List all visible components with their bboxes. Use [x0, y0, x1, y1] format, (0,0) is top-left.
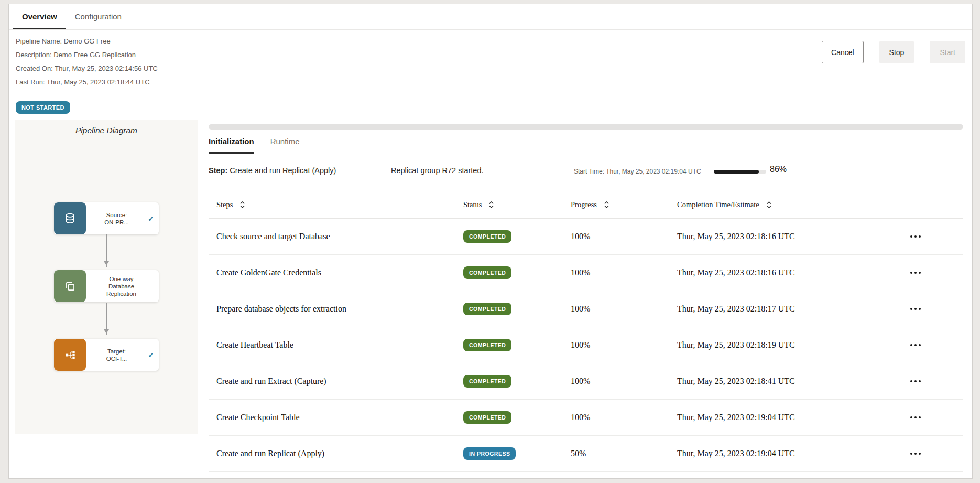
- tab-overview[interactable]: Overview: [13, 4, 66, 29]
- diagram-node-replication[interactable]: One-way Database Replication: [54, 270, 159, 302]
- column-header-steps[interactable]: Steps: [209, 200, 463, 209]
- main-tab-bar: Overview Configuration: [9, 4, 972, 30]
- table-row: Create and run Replicat (Apply) IN PROGR…: [209, 436, 963, 472]
- pipeline-diagram-panel: Pipeline Diagram Source: ON-PR... ✓ One-: [15, 120, 198, 434]
- progress-cell: 100%: [571, 304, 677, 314]
- column-header-progress[interactable]: Progress: [571, 200, 677, 209]
- tab-configuration[interactable]: Configuration: [66, 4, 130, 29]
- progress-cell: 100%: [571, 377, 677, 386]
- overall-progress-percent: 86%: [770, 165, 787, 174]
- completion-cell: Thur, May 25, 2023 02:18:16 UTC: [677, 268, 910, 277]
- pipeline-metadata: Pipeline Name: Demo GG Free Description:…: [16, 38, 158, 92]
- pipeline-description: Description: Demo Free GG Replication: [16, 51, 158, 59]
- start-button: Start: [930, 41, 965, 63]
- step-name-cell: Check source and target Database: [209, 232, 463, 241]
- current-step-summary: Step: Create and run Replicat (Apply) Re…: [209, 162, 963, 180]
- sort-icon[interactable]: [766, 201, 772, 209]
- sort-icon[interactable]: [604, 201, 609, 209]
- step-name-cell: Create and run Extract (Capture): [209, 377, 463, 386]
- status-badge: COMPLETED: [463, 266, 511, 279]
- step-name-cell: Create GoldenGate Credentials: [209, 268, 463, 277]
- status-badge: COMPLETED: [463, 339, 511, 351]
- step-start-time: Start Time: Thur, May 25, 2023 02:19:04 …: [574, 168, 701, 175]
- phase-tab-bar: Initialization Runtime: [209, 137, 300, 154]
- row-actions-button[interactable]: [910, 448, 924, 459]
- horizontal-scrollbar[interactable]: [209, 124, 963, 130]
- status-badge: COMPLETED: [463, 230, 511, 243]
- completion-cell: Thur, May 25, 2023 02:18:41 UTC: [677, 377, 910, 386]
- replication-copy-icon: [54, 270, 86, 302]
- arrow-down-icon: [106, 303, 107, 335]
- pipeline-last-run: Last Run: Thur, May 25, 2023 02:18:44 UT…: [16, 79, 158, 86]
- stop-button[interactable]: Stop: [879, 41, 914, 63]
- row-actions-button[interactable]: [910, 231, 924, 242]
- completion-cell: Thur, May 25, 2023 02:19:04 UTC: [677, 449, 910, 458]
- table-row: Create Checkpoint Table COMPLETED 100% T…: [209, 400, 963, 436]
- diagram-title: Pipeline Diagram: [15, 120, 198, 135]
- steps-table-body: Check source and target Database COMPLET…: [209, 219, 963, 472]
- status-badge: IN PROGRESS: [463, 447, 516, 460]
- sort-icon[interactable]: [488, 201, 494, 209]
- app-window: Overview Configuration Pipeline Name: De…: [8, 4, 973, 479]
- step-message: Replicat group R72 started.: [391, 166, 484, 175]
- pipeline-created-on: Created On: Thur, May 25, 2023 02:14:56 …: [16, 65, 158, 72]
- tab-initialization[interactable]: Initialization: [209, 137, 254, 154]
- node-replication-label: One-way Database Replication: [86, 275, 159, 297]
- check-icon: ✓: [148, 214, 154, 223]
- current-step: Step: Create and run Replicat (Apply): [209, 166, 336, 175]
- status-badge: COMPLETED: [463, 375, 511, 388]
- step-name: Create and run Replicat (Apply): [230, 166, 336, 175]
- step-name-cell: Create Checkpoint Table: [209, 413, 463, 422]
- progress-cell: 100%: [571, 232, 677, 241]
- table-row: Check source and target Database COMPLET…: [209, 219, 963, 255]
- step-name-cell: Create and run Replicat (Apply): [209, 449, 463, 458]
- row-actions-button[interactable]: [910, 340, 924, 350]
- completion-cell: Thur, May 25, 2023 02:19:04 UTC: [677, 413, 910, 422]
- status-badge: COMPLETED: [463, 303, 511, 315]
- completion-cell: Thur, May 25, 2023 02:18:16 UTC: [677, 232, 910, 241]
- action-buttons: Cancel Stop Start: [822, 41, 965, 63]
- steps-table-header: Steps Status Progress Completion Time/Es…: [209, 191, 963, 219]
- progress-cell: 50%: [571, 449, 677, 458]
- progress-cell: 100%: [571, 340, 677, 350]
- column-header-completion[interactable]: Completion Time/Estimate: [677, 200, 910, 209]
- database-icon: [54, 202, 86, 234]
- completion-cell: Thur, May 25, 2023 02:18:17 UTC: [677, 304, 910, 314]
- progress-fill: [714, 170, 759, 174]
- progress-cell: 100%: [571, 268, 677, 277]
- progress-cell: 100%: [571, 413, 677, 422]
- check-icon: ✓: [148, 351, 154, 359]
- diagram-node-target[interactable]: Target: OCI-T... ✓: [54, 339, 159, 371]
- arrow-down-icon: [106, 234, 107, 267]
- table-row: Create GoldenGate Credentials COMPLETED …: [209, 255, 963, 291]
- cancel-button[interactable]: Cancel: [822, 41, 864, 63]
- overall-progress-bar: [714, 170, 766, 174]
- pipeline-name: Pipeline Name: Demo GG Free: [16, 38, 158, 45]
- table-row: Create and run Extract (Capture) COMPLET…: [209, 363, 963, 400]
- table-row: Prepare database objects for extraction …: [209, 291, 963, 327]
- table-row: Create Heartbeat Table COMPLETED 100% Th…: [209, 327, 963, 363]
- row-actions-button[interactable]: [910, 412, 924, 423]
- target-hierarchy-icon: [54, 339, 86, 371]
- row-actions-button[interactable]: [910, 376, 924, 387]
- row-actions-button[interactable]: [910, 304, 924, 314]
- status-badge: COMPLETED: [463, 411, 511, 424]
- diagram-node-source[interactable]: Source: ON-PR... ✓: [54, 202, 159, 234]
- step-label: Step:: [209, 166, 227, 175]
- row-actions-button[interactable]: [910, 267, 924, 278]
- step-name-cell: Create Heartbeat Table: [209, 340, 463, 350]
- column-header-status[interactable]: Status: [463, 200, 571, 209]
- sort-icon[interactable]: [239, 201, 245, 209]
- tab-runtime[interactable]: Runtime: [270, 137, 300, 154]
- step-name-cell: Prepare database objects for extraction: [209, 304, 463, 314]
- status-badge: NOT STARTED: [16, 101, 70, 114]
- completion-cell: Thur, May 25, 2023 02:18:19 UTC: [677, 340, 910, 350]
